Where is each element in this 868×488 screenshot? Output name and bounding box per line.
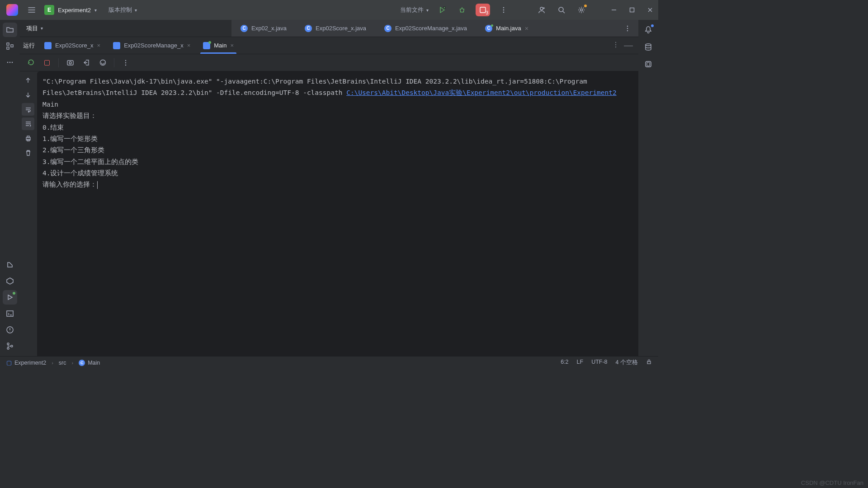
editor-tab-main[interactable]: C Main.java × [476, 20, 538, 37]
exit-button[interactable] [80, 56, 93, 69]
run-config-label: 当前文件 [400, 6, 424, 14]
run-tool-button[interactable] [3, 290, 17, 305]
scroll-down-icon[interactable] [22, 89, 34, 101]
more-actions-icon[interactable] [119, 56, 132, 69]
svg-rect-27 [67, 61, 73, 65]
class-icon: C [384, 25, 392, 32]
svg-rect-16 [7, 311, 13, 316]
tabs-row: 项目 ▾ C Exp02_x.java C Exp02Score_x.java … [20, 20, 638, 37]
services-tool-button[interactable] [3, 274, 17, 288]
close-tab-icon[interactable]: × [187, 42, 191, 49]
run-tab-label: Main [214, 42, 226, 49]
svg-point-7 [559, 7, 563, 12]
run-config-selector[interactable]: 当前文件 ▾ [400, 6, 429, 14]
svg-point-6 [540, 7, 543, 10]
lock-icon[interactable] [646, 359, 652, 366]
svg-rect-11 [7, 47, 9, 49]
console-gutter [20, 71, 36, 356]
database-alt-tool-button[interactable] [641, 57, 656, 71]
code-with-me-icon[interactable] [535, 4, 548, 16]
main-menu-icon[interactable] [26, 5, 37, 15]
stop-button[interactable] [41, 56, 53, 69]
screenshot-button[interactable] [64, 56, 76, 69]
minimize-icon[interactable] [609, 5, 619, 15]
settings-icon[interactable] [575, 4, 588, 16]
more-tool-button[interactable] [3, 55, 17, 70]
svg-point-23 [627, 30, 628, 31]
run-tab-exp02score[interactable]: Exp02Score_x × [38, 37, 107, 54]
console-line: 0.结束 [42, 124, 64, 131]
run-tab-main[interactable]: Main × [197, 37, 240, 54]
database-tool-button[interactable] [641, 40, 656, 54]
close-tab-icon[interactable]: × [525, 25, 528, 32]
run-tab-label: Exp02ScoreManage_x [124, 42, 184, 49]
left-toolbar [0, 20, 20, 356]
svg-rect-33 [26, 137, 30, 140]
clear-icon[interactable] [22, 146, 34, 159]
editor-tab-label: Exp02ScoreManage_x.java [395, 25, 467, 32]
hide-panel-icon[interactable]: — [624, 40, 633, 51]
console-line: 3.编写一个二维平面上的点的类 [42, 158, 138, 165]
vcs-menu[interactable]: 版本控制 ▾ [108, 6, 137, 14]
scroll-to-end-icon[interactable] [22, 117, 34, 130]
debug-button[interactable] [456, 4, 468, 16]
scroll-up-icon[interactable] [22, 74, 34, 87]
search-icon[interactable] [555, 4, 568, 16]
chevron-down-icon: ▾ [94, 8, 97, 13]
console-output[interactable]: "C:\Program Files\Java\jdk-17\bin\java.e… [37, 71, 638, 356]
console-line: 2.编写一个三角形类 [42, 146, 104, 154]
class-icon: C [79, 360, 85, 366]
line-separator[interactable]: LF [577, 359, 584, 366]
run-tab-label: Exp02Score_x [55, 42, 94, 49]
svg-point-5 [503, 12, 505, 13]
file-encoding[interactable]: UTF-8 [591, 359, 607, 366]
cursor-position[interactable]: 6:2 [561, 359, 568, 366]
run-config-icon [44, 42, 52, 49]
structure-tool-button[interactable] [3, 39, 17, 53]
close-icon[interactable] [645, 5, 656, 15]
breadcrumb-seg: Experiment2 [14, 360, 46, 366]
editor-tab-exp02scoremanage[interactable]: C Exp02ScoreManage_x.java [375, 20, 476, 37]
notifications-tool-button[interactable] [641, 23, 656, 37]
print-icon[interactable] [22, 132, 34, 145]
chevron-down-icon: ▾ [41, 26, 43, 31]
class-icon: C [241, 25, 248, 32]
build-tool-button[interactable] [3, 258, 17, 272]
svg-point-30 [125, 60, 126, 61]
problems-tool-button[interactable] [3, 323, 17, 337]
run-tab-exp02scoremanage[interactable]: Exp02ScoreManage_x × [107, 37, 197, 54]
classpath-link[interactable]: C:\Users\Abit\Desktop\Java实验\Experiment2… [346, 89, 616, 96]
module-icon: ▢ [6, 359, 12, 366]
project-tool-button[interactable] [3, 23, 17, 37]
project-panel-title: 项目 [26, 24, 38, 33]
terminal-tool-button[interactable] [3, 306, 17, 321]
console-line: 请选择实验题目： [42, 112, 97, 119]
git-tool-button[interactable] [3, 339, 17, 353]
soft-wrap-icon[interactable] [22, 103, 34, 116]
editor-tab-exp02x[interactable]: C Exp02_x.java [231, 20, 296, 37]
svg-point-26 [615, 47, 616, 47]
tab-options-icon[interactable] [621, 22, 634, 35]
maximize-icon[interactable] [627, 5, 637, 15]
close-tab-icon[interactable]: × [230, 42, 234, 49]
dump-button[interactable] [96, 56, 109, 69]
run-panel-options-icon[interactable] [612, 41, 619, 50]
more-icon[interactable] [497, 4, 510, 16]
run-button[interactable] [436, 4, 448, 16]
notifications-button[interactable]: 3 [476, 4, 490, 16]
svg-rect-34 [27, 136, 29, 137]
project-panel-header[interactable]: 项目 ▾ [20, 20, 231, 37]
console-line: 请输入你的选择： [42, 181, 97, 188]
rerun-button[interactable] [24, 56, 37, 69]
chevron-down-icon: ▾ [135, 8, 137, 13]
run-config-icon [113, 42, 120, 49]
chevron-right-icon: › [72, 360, 74, 366]
status-bar: ▢ Experiment2 › src › C Main 6:2 LF UTF-… [0, 356, 658, 369]
close-tab-icon[interactable]: × [97, 42, 101, 49]
vcs-menu-label: 版本控制 [108, 6, 132, 14]
project-selector[interactable]: E Experiment2 ▾ [42, 4, 99, 16]
editor-tab-exp02score[interactable]: C Exp02Score_x.java [296, 20, 375, 37]
indent-setting[interactable]: 4 个空格 [616, 359, 638, 366]
breadcrumb[interactable]: ▢ Experiment2 › src › C Main [6, 359, 100, 366]
notification-count: 3 [486, 10, 488, 15]
